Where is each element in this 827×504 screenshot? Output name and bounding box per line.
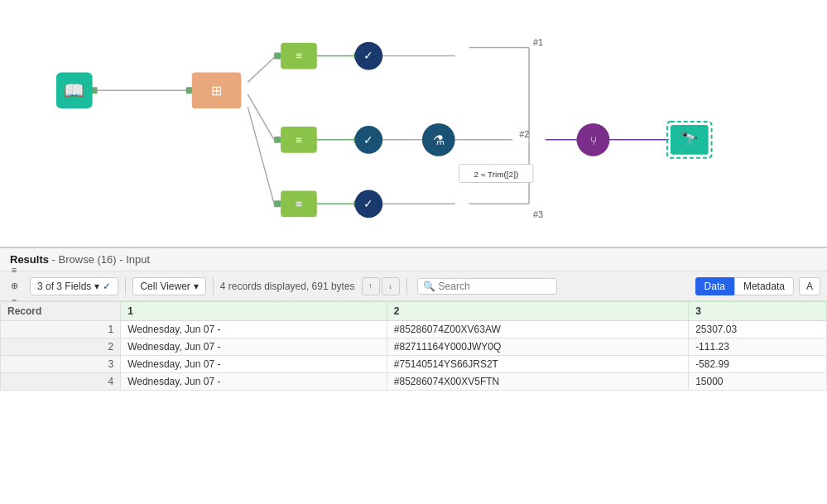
search-box[interactable]: 🔍 <box>417 278 557 295</box>
hamburger-icon[interactable]: ≡ <box>7 262 22 277</box>
table-header-row: Record 1 2 3 <box>1 302 827 321</box>
sort-down-button[interactable]: ↓ <box>382 277 400 295</box>
svg-text:≡: ≡ <box>296 50 302 63</box>
svg-text:✓: ✓ <box>363 197 373 210</box>
data-table: Record 1 2 3 1 Wednesday, Jun 07 - #8528… <box>0 301 827 391</box>
svg-rect-21 <box>186 87 193 94</box>
cell-col3: 15000 <box>689 373 827 391</box>
cell-col1: Wednesday, Jun 07 - <box>121 338 387 356</box>
cell-viewer-label: Cell Viewer <box>140 281 190 292</box>
cell-col3: -582.99 <box>689 356 827 373</box>
cell-col2: #85286074X00XV5FTN <box>387 373 688 391</box>
col-1: 1 <box>121 302 387 321</box>
svg-text:⑂: ⑂ <box>590 134 597 147</box>
svg-text:✓: ✓ <box>363 133 373 146</box>
svg-rect-22 <box>274 53 281 60</box>
cell-col3: -111.23 <box>689 338 827 356</box>
table-row: 4 Wednesday, Jun 07 - #85286074X00XV5FTN… <box>1 373 827 391</box>
table-row: 2 Wednesday, Jun 07 - #82711164Y000JWY0Q… <box>1 338 827 356</box>
cell-col1: Wednesday, Jun 07 - <box>121 373 387 391</box>
workflow-canvas: #1 #2 #3 📖 ⊞ <box>0 0 827 248</box>
svg-text:🔭: 🔭 <box>680 131 700 149</box>
sort-buttons: ↑ ↓ <box>362 277 400 295</box>
separator-2 <box>213 278 214 295</box>
records-info: 4 records displayed, 691 bytes <box>220 281 355 292</box>
svg-text:2 = Trim([2]): 2 = Trim([2]) <box>474 170 518 179</box>
svg-rect-24 <box>274 137 281 143</box>
svg-text:⊞: ⊞ <box>211 84 222 98</box>
data-table-container: Record 1 2 3 1 Wednesday, Jun 07 - #8528… <box>0 301 827 504</box>
cell-record: 3 <box>1 356 121 373</box>
svg-line-1 <box>248 58 274 83</box>
table-row: 3 Wednesday, Jun 07 - #75140514YS66JRS2T… <box>1 356 827 373</box>
a-button[interactable]: A <box>799 277 820 295</box>
data-button[interactable]: Data <box>695 277 734 295</box>
sort-up-button[interactable]: ↑ <box>362 277 380 295</box>
results-detail: - Browse (16) - Input <box>52 253 151 266</box>
cell-record: 2 <box>1 338 121 356</box>
svg-rect-26 <box>274 200 281 207</box>
results-header: Results - Browse (16) - Input <box>0 248 827 271</box>
fields-label: 3 of 3 Fields <box>37 281 91 292</box>
chevron-down-icon: ▾ <box>94 281 99 292</box>
cell-col2: #75140514YS66JRS2T <box>387 356 688 373</box>
results-panel: Results - Browse (16) - Input ≡ ⊕ ? 3 of… <box>0 248 827 504</box>
table-body: 1 Wednesday, Jun 07 - #85286074Z00XV63AW… <box>1 321 827 391</box>
svg-text:#3: #3 <box>533 209 543 219</box>
svg-text:#1: #1 <box>533 37 543 47</box>
cell-col3: 25307.03 <box>689 321 827 338</box>
col-record: Record <box>1 302 121 321</box>
table-row: 1 Wednesday, Jun 07 - #85286074Z00XV63AW… <box>1 321 827 338</box>
svg-text:✓: ✓ <box>363 50 373 63</box>
svg-text:⚗: ⚗ <box>433 133 445 147</box>
svg-text:≡: ≡ <box>296 133 302 146</box>
cell-record: 4 <box>1 373 121 391</box>
separator-3 <box>406 278 407 295</box>
link-icon[interactable]: ⊕ <box>7 279 22 294</box>
col-3: 3 <box>689 302 827 321</box>
fields-dropdown[interactable]: 3 of 3 Fields ▾ ✓ <box>30 277 118 295</box>
search-icon: 🔍 <box>423 281 435 292</box>
svg-text:📖: 📖 <box>64 80 84 100</box>
cell-viewer-dropdown[interactable]: Cell Viewer ▾ <box>132 277 205 295</box>
svg-text:#2: #2 <box>519 129 529 139</box>
svg-line-2 <box>248 94 274 140</box>
metadata-button[interactable]: Metadata <box>734 277 794 295</box>
cell-col1: Wednesday, Jun 07 - <box>121 321 387 338</box>
cell-record: 1 <box>1 321 121 338</box>
check-icon: ✓ <box>103 281 111 292</box>
cell-col2: #82711164Y000JWY0Q <box>387 338 688 356</box>
svg-line-3 <box>248 107 274 204</box>
results-toolbar: ≡ ⊕ ? 3 of 3 Fields ▾ ✓ Cell Viewer ▾ 4 … <box>0 271 827 301</box>
col-2: 2 <box>387 302 688 321</box>
cell-col1: Wednesday, Jun 07 - <box>121 356 387 373</box>
separator-1 <box>125 278 126 295</box>
data-metadata-group: Data Metadata <box>695 277 794 295</box>
svg-text:≡: ≡ <box>296 197 302 210</box>
cell-col2: #85286074Z00XV63AW <box>387 321 688 338</box>
search-input[interactable] <box>439 281 551 292</box>
chevron-down-icon-2: ▾ <box>194 281 199 292</box>
